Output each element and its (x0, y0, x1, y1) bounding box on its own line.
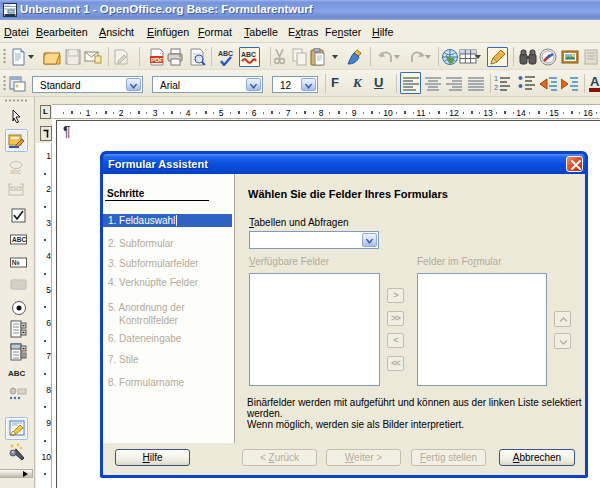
svg-text:ABC: ABC (12, 236, 26, 243)
svg-text:ABC: ABC (218, 50, 233, 57)
svg-text:1: 1 (494, 75, 498, 82)
svg-text:ABC: ABC (241, 51, 256, 58)
svg-text:PDF: PDF (151, 57, 163, 63)
svg-text:№: № (12, 259, 20, 266)
svg-text:2: 2 (494, 84, 498, 91)
svg-text:abc: abc (10, 168, 22, 175)
